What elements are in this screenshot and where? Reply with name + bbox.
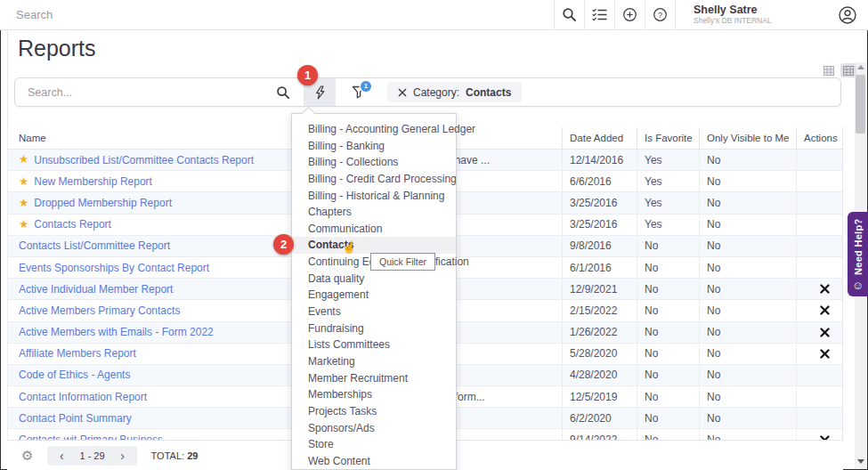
menu-item[interactable]: Engagement — [292, 287, 456, 304]
user-org: Shelly's DB INTERNAL — [694, 16, 820, 26]
report-search-input[interactable] — [15, 78, 268, 106]
next-page-button[interactable]: › — [112, 446, 134, 466]
favorite-star-icon: ★ — [19, 219, 28, 231]
active-filter-chip[interactable]: Category: Contacts — [387, 82, 522, 102]
report-name-cell: Contact Information Report — [8, 391, 312, 403]
menu-item-label: Web Content — [308, 455, 370, 467]
column-header-actions: Actions — [796, 127, 842, 149]
menu-item-label: Billing - Banking — [308, 140, 385, 152]
menu-item[interactable]: Billing - Collections — [292, 154, 456, 171]
menu-item-label: Marketing — [308, 355, 355, 368]
report-link[interactable]: Contact Point Summary — [19, 412, 132, 425]
help-button[interactable]: ? — [645, 0, 675, 29]
report-link[interactable]: Affiliate Members Report — [19, 347, 136, 360]
menu-item[interactable]: Store — [292, 436, 456, 453]
menu-item[interactable]: Billing - Credit Card Processing — [292, 171, 456, 188]
column-header-only-visible[interactable]: Only Visible to Me — [699, 127, 796, 149]
date-added-cell: 9/8/2016 — [562, 236, 637, 256]
report-link[interactable]: Active Members Primary Contacts — [19, 304, 180, 317]
filter-button[interactable]: 1 — [339, 78, 378, 106]
report-link[interactable]: Contact Information Report — [19, 391, 147, 403]
menu-item[interactable]: Sponsors/Ads — [292, 420, 456, 437]
report-link[interactable]: Code of Ethics - Agents — [19, 369, 130, 381]
avatar[interactable] — [827, 0, 868, 29]
grid-view-button[interactable] — [821, 63, 837, 77]
delete-report-button[interactable] — [820, 349, 830, 359]
actions-cell — [796, 150, 842, 170]
report-link[interactable]: Active Members with Emails - Form 2022 — [19, 326, 214, 338]
global-search-input[interactable] — [0, 8, 554, 21]
table-view-button[interactable] — [840, 63, 856, 77]
report-name-cell: Events Sponsorships By Contact Report — [8, 262, 312, 274]
scrollbar-thumb[interactable] — [856, 75, 865, 134]
gear-icon[interactable]: ⚙ — [21, 449, 33, 462]
report-name-cell: ★Unsubscribed List/Committee Contacts Re… — [8, 154, 312, 166]
report-link[interactable]: Events Sponsorships By Contact Report — [19, 262, 209, 274]
scroll-down-arrow-icon[interactable] — [857, 459, 864, 464]
report-search-button[interactable] — [268, 78, 298, 106]
menu-item[interactable]: Projects Tasks — [292, 403, 456, 420]
only-visible-cell: No — [699, 408, 796, 428]
delete-report-button[interactable] — [820, 328, 830, 337]
column-header-name[interactable]: Name — [8, 133, 312, 143]
menu-item[interactable]: Billing - Historical & Planning — [292, 188, 456, 205]
need-help-tab[interactable]: Need Help? ☺ — [848, 212, 868, 296]
menu-item[interactable]: Fundraising — [292, 320, 456, 337]
prev-page-button[interactable]: ‹ — [51, 446, 72, 466]
annotation-step-2: 2 — [273, 234, 294, 255]
date-added-cell: 4/28/2020 — [562, 365, 637, 385]
menu-item[interactable]: Chapters — [292, 204, 456, 221]
report-name-cell: Affiliate Members Report — [8, 347, 312, 360]
column-header-date-added[interactable]: Date Added — [562, 127, 637, 149]
actions-cell — [796, 365, 842, 385]
view-toggles — [821, 63, 856, 77]
column-header-is-favorite[interactable]: Is Favorite — [637, 127, 699, 149]
report-link[interactable]: Contacts Report — [34, 218, 111, 231]
menu-item-label: Communication — [308, 223, 382, 235]
menu-item[interactable]: Communication — [292, 221, 456, 238]
only-visible-cell: No — [699, 279, 796, 299]
delete-report-button[interactable] — [820, 284, 830, 294]
filter-chip-value: Contacts — [466, 86, 511, 99]
delete-report-button[interactable] — [820, 305, 830, 315]
only-visible-cell: No — [699, 171, 796, 191]
avatar-person-icon — [838, 5, 857, 25]
report-link[interactable]: Active Individual Member Report — [19, 283, 173, 296]
report-link[interactable]: Contacts List/Committee Report — [19, 239, 170, 252]
menu-item[interactable]: Marketing — [292, 353, 456, 370]
menu-item[interactable]: Member Recruitment — [292, 370, 456, 387]
menu-item[interactable]: Data quality — [292, 271, 456, 288]
quick-add-button[interactable] — [614, 0, 645, 29]
menu-item[interactable]: Memberships — [292, 386, 456, 403]
menu-item-label: Billing - Accounting General Ledger — [308, 123, 475, 135]
report-name-cell: ★Dropped Membership Report — [8, 197, 312, 209]
report-link[interactable]: Unsubscribed List/Committee Contacts Rep… — [34, 154, 254, 166]
user-menu[interactable]: Shelly Satre Shelly's DB INTERNAL — [675, 0, 827, 29]
is-favorite-cell: No — [637, 386, 699, 407]
filter-chip-label: Category: — [413, 86, 459, 99]
menu-item[interactable]: Web Content — [292, 453, 456, 470]
menu-item-label: Member Recruitment — [308, 372, 408, 385]
menu-item[interactable]: Lists Committees — [292, 336, 456, 353]
actions-cell — [796, 408, 842, 428]
actions-cell — [796, 300, 842, 320]
tasks-button[interactable] — [584, 0, 614, 29]
menu-item[interactable]: Billing - Accounting General Ledger — [292, 121, 456, 138]
scroll-up-arrow-icon[interactable] — [857, 65, 864, 69]
report-name-cell: Contacts List/Committee Report — [8, 239, 312, 252]
global-search-button[interactable] — [554, 0, 584, 29]
menu-item[interactable]: Contacts☝ — [292, 237, 456, 254]
page-title: Reports — [18, 36, 96, 61]
is-favorite-cell: No — [637, 365, 699, 385]
remove-filter-icon[interactable] — [398, 88, 407, 97]
report-link[interactable]: Dropped Membership Report — [34, 197, 172, 209]
menu-item-label: Engagement — [308, 288, 369, 301]
actions-cell — [796, 279, 842, 299]
menu-item[interactable]: Events — [292, 304, 456, 320]
date-added-cell: 12/14/2016 — [562, 150, 637, 170]
quick-filter-tooltip: Quick Filter — [370, 253, 435, 271]
menu-item-label: Projects Tasks — [308, 405, 377, 417]
is-favorite-cell: Yes — [637, 171, 699, 191]
menu-item[interactable]: Billing - Banking — [292, 138, 456, 155]
report-link[interactable]: New Membership Report — [34, 175, 152, 188]
